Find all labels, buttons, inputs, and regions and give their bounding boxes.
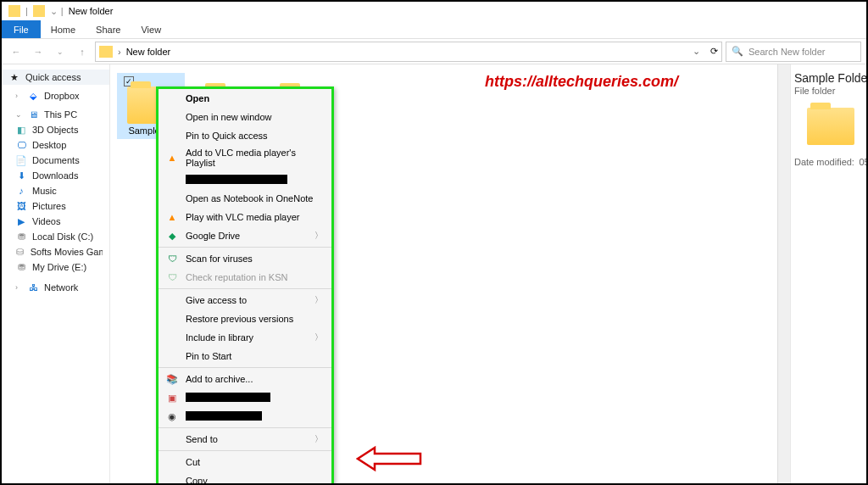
breadcrumb[interactable]: New folder bbox=[126, 47, 171, 57]
details-title: Sample Folder bbox=[794, 71, 866, 85]
vlc-icon: ▲ bbox=[165, 151, 179, 164]
svg-marker-0 bbox=[358, 448, 420, 470]
desktop-icon: 🖵 bbox=[15, 139, 27, 151]
dropbox-icon: ⬙ bbox=[27, 90, 39, 102]
chevron-right-icon: 〉 bbox=[314, 433, 323, 445]
folder-icon bbox=[33, 5, 45, 17]
chevron-right-icon: › bbox=[118, 47, 121, 57]
ctx-google-drive[interactable]: ◆Google Drive〉 bbox=[159, 226, 331, 245]
details-type: File folder bbox=[794, 86, 866, 96]
tab-view[interactable]: View bbox=[131, 22, 171, 37]
sidebar-quick-access[interactable]: ★Quick access bbox=[2, 70, 109, 85]
pc-icon: 🖥 bbox=[27, 109, 39, 120]
sidebar-item-downloads[interactable]: ⬇Downloads bbox=[2, 168, 109, 183]
vlc-icon: ▲ bbox=[165, 210, 179, 224]
ctx-restore[interactable]: Restore previous versions bbox=[159, 309, 331, 328]
shield-icon: 🛡 bbox=[165, 270, 179, 284]
gdrive-icon: ◆ bbox=[165, 229, 179, 242]
drive-icon: ⛃ bbox=[15, 261, 27, 273]
scrollbar[interactable] bbox=[777, 64, 790, 483]
pictures-icon: 🖼 bbox=[15, 200, 27, 212]
ctx-play-vlc[interactable]: ▲Play with VLC media player bbox=[159, 208, 331, 226]
dropdown-icon[interactable]: ⌄ bbox=[50, 6, 58, 17]
documents-icon: 📄 bbox=[15, 154, 27, 166]
star-icon: ★ bbox=[8, 71, 20, 83]
chevron-right-icon: 〉 bbox=[314, 294, 323, 306]
back-button[interactable]: ← bbox=[7, 42, 25, 61]
separator: | bbox=[25, 6, 28, 16]
watermark-url: https://alltechqueries.com/ bbox=[485, 73, 678, 91]
square-icon: ▣ bbox=[165, 391, 179, 404]
archive-icon: 📚 bbox=[165, 372, 179, 386]
sidebar-item-localdisk[interactable]: ⛃Local Disk (C:) bbox=[2, 229, 109, 244]
window-title: New folder bbox=[69, 6, 114, 16]
sidebar-item-documents[interactable]: 📄Documents bbox=[2, 153, 109, 168]
search-placeholder: Search New folder bbox=[748, 47, 826, 57]
sidebar-item-pictures[interactable]: 🖼Pictures bbox=[2, 198, 109, 214]
ctx-redacted[interactable] bbox=[159, 170, 331, 189]
separator: | bbox=[61, 6, 64, 16]
folder-icon bbox=[8, 5, 20, 17]
search-icon: 🔍 bbox=[732, 46, 743, 57]
ctx-pin-quick-access[interactable]: Pin to Quick access bbox=[159, 126, 331, 145]
ctx-add-archive[interactable]: 📚Add to archive... bbox=[159, 370, 331, 388]
file-tab[interactable]: File bbox=[2, 20, 41, 38]
downloads-icon: ⬇ bbox=[15, 170, 27, 181]
refresh-button[interactable]: ⟳ bbox=[710, 46, 718, 57]
recent-button[interactable]: ⌄ bbox=[51, 42, 70, 61]
chevron-right-icon: 〉 bbox=[314, 230, 323, 242]
drive-icon: ⛁ bbox=[15, 246, 25, 258]
sidebar-network[interactable]: ›🖧Network bbox=[2, 280, 109, 295]
annotation-arrow bbox=[356, 444, 424, 473]
cube-icon: ◧ bbox=[15, 124, 27, 136]
ctx-open[interactable]: Open bbox=[159, 89, 331, 108]
tab-share[interactable]: Share bbox=[86, 22, 131, 37]
folder-icon bbox=[99, 46, 113, 58]
sidebar-item-softs[interactable]: ⛁Softs Movies Games bbox=[2, 244, 109, 259]
videos-icon: ▶ bbox=[15, 215, 27, 227]
chevron-down-icon[interactable]: ⌄ bbox=[693, 46, 700, 57]
context-menu: Open Open in new window Pin to Quick acc… bbox=[156, 86, 334, 485]
forward-button[interactable]: → bbox=[29, 42, 47, 61]
network-icon: 🖧 bbox=[27, 282, 39, 293]
folder-icon bbox=[807, 108, 854, 145]
ctx-redacted[interactable]: ◉ bbox=[159, 407, 331, 426]
ctx-open-new-window[interactable]: Open in new window bbox=[159, 108, 331, 126]
ctx-scan-viruses[interactable]: 🛡Scan for viruses bbox=[159, 249, 331, 268]
ctx-give-access[interactable]: Give access to〉 bbox=[159, 291, 331, 309]
address-bar[interactable]: › New folder ⌄ ⟳ bbox=[95, 42, 722, 62]
ctx-open-onenote[interactable]: Open as Notebook in OneNote bbox=[159, 189, 331, 208]
navigation-pane: ★Quick access ›⬙Dropbox ⌄🖥This PC ◧3D Ob… bbox=[2, 64, 110, 483]
details-pane: Sample Folder File folder Date modified:… bbox=[790, 64, 866, 483]
ctx-ksn: 🛡Check reputation in KSN bbox=[159, 268, 331, 287]
details-date-label: Date modified: bbox=[794, 157, 854, 167]
sidebar-item-music[interactable]: ♪Music bbox=[2, 183, 109, 198]
sidebar-item-3dobjects[interactable]: ◧3D Objects bbox=[2, 122, 109, 137]
ctx-cut[interactable]: Cut bbox=[159, 453, 331, 471]
details-date: 05 bbox=[860, 157, 867, 167]
sidebar-dropbox[interactable]: ›⬙Dropbox bbox=[2, 88, 109, 103]
sidebar-item-videos[interactable]: ▶Videos bbox=[2, 214, 109, 229]
sidebar-this-pc[interactable]: ⌄🖥This PC bbox=[2, 107, 109, 122]
drive-icon: ⛃ bbox=[15, 231, 27, 242]
chevron-right-icon: 〉 bbox=[314, 332, 323, 343]
search-input[interactable]: 🔍 Search New folder bbox=[726, 42, 861, 62]
ctx-send-to[interactable]: Send to〉 bbox=[159, 430, 331, 449]
main-area: ★Quick access ›⬙Dropbox ⌄🖥This PC ◧3D Ob… bbox=[2, 64, 866, 483]
titlebar: | ⌄ | New folder bbox=[2, 2, 866, 20]
ctx-pin-start[interactable]: Pin to Start bbox=[159, 347, 331, 365]
up-button[interactable]: ↑ bbox=[73, 42, 92, 61]
address-row: ← → ⌄ ↑ › New folder ⌄ ⟳ 🔍 Search New fo… bbox=[2, 39, 866, 64]
sidebar-item-desktop[interactable]: 🖵Desktop bbox=[2, 137, 109, 153]
ctx-vlc-playlist[interactable]: ▲Add to VLC media player's Playlist bbox=[159, 145, 331, 170]
music-icon: ♪ bbox=[15, 185, 27, 197]
circle-icon: ◉ bbox=[165, 410, 179, 423]
ctx-redacted[interactable]: ▣ bbox=[159, 388, 331, 407]
ribbon: File Home Share View bbox=[2, 20, 866, 39]
ctx-copy[interactable]: Copy bbox=[159, 471, 331, 485]
tab-home[interactable]: Home bbox=[41, 22, 86, 37]
sidebar-item-mydrive[interactable]: ⛃My Drive (E:) bbox=[2, 259, 109, 275]
shield-icon: 🛡 bbox=[165, 252, 179, 265]
ctx-include-library[interactable]: Include in library〉 bbox=[159, 328, 331, 347]
